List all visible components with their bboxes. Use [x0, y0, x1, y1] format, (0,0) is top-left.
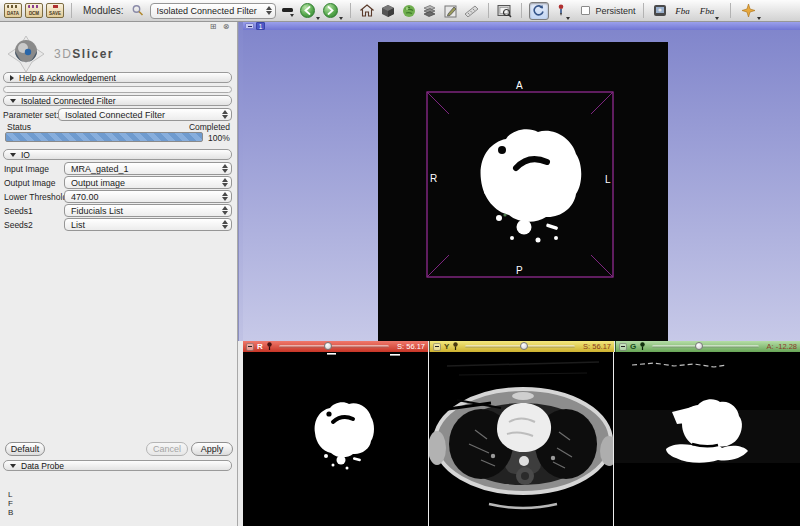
yellow-slice-slider[interactable] [465, 345, 575, 348]
cancel-button-label: Cancel [153, 444, 181, 454]
apply-button[interactable]: Apply [191, 442, 233, 456]
yellow-pin-icon[interactable] [452, 342, 459, 351]
red-slice-offset: S: 56.17 [397, 342, 425, 351]
green-slice-viewport[interactable] [614, 352, 800, 526]
star-icon [741, 3, 756, 18]
volume-notch [498, 146, 506, 154]
rotate-mode-button[interactable] [529, 2, 549, 20]
yellow-slice-viewport[interactable] [429, 352, 613, 526]
yellow-collapse-button[interactable] [433, 343, 441, 351]
search-icon [131, 4, 144, 17]
layers-button[interactable] [421, 2, 439, 20]
minus-icon [248, 26, 252, 27]
label-anterior: A [516, 80, 523, 91]
lower-threshold-spinbox[interactable]: 470.00 [64, 190, 232, 203]
layers-icon [422, 4, 437, 17]
data-probe-section-header[interactable]: Data Probe [3, 460, 232, 471]
apply-button-label: Apply [201, 444, 224, 454]
cancel-button[interactable]: Cancel [146, 442, 188, 456]
axial-mr-image [429, 352, 613, 526]
seed-fiducial [503, 213, 506, 216]
module-section-header[interactable]: Isolated Connected Filter [3, 95, 232, 106]
editor-button[interactable] [442, 2, 460, 20]
persistent-checkbox[interactable] [581, 6, 590, 15]
seeds2-selector[interactable]: List [64, 218, 232, 231]
fiducial-label-list-button[interactable]: Fba [697, 2, 723, 20]
save-button[interactable]: SAVE [46, 2, 64, 20]
fiducial-label-button[interactable]: Fba [672, 2, 694, 20]
screen-capture-button[interactable] [496, 2, 514, 20]
red-slice-viewport[interactable] [243, 352, 428, 526]
threed-view[interactable]: 1 [243, 22, 800, 341]
io-section-header[interactable]: IO [3, 149, 232, 160]
label-left: L [605, 174, 611, 185]
module-back-button[interactable] [300, 2, 320, 20]
module-search-button[interactable] [129, 2, 147, 20]
seeds2-value: List [71, 220, 218, 230]
green-slider-handle[interactable] [695, 342, 703, 350]
red-slider-handle[interactable] [324, 342, 332, 350]
threed-render-area[interactable]: A R L P [378, 42, 668, 341]
cube-icon [381, 4, 395, 18]
measure-button[interactable] [463, 2, 481, 20]
green-pin-icon[interactable] [639, 342, 646, 351]
output-image-value: Output image [71, 178, 218, 188]
volume-rendering-button[interactable] [379, 2, 397, 20]
toolbar-separator [71, 3, 72, 18]
panel-undock-icon[interactable]: ⊞ [208, 23, 218, 32]
probe-layer-b: B [8, 508, 13, 517]
minus-icon [621, 346, 625, 347]
green-collapse-button[interactable] [619, 343, 627, 351]
yellow-slider-handle[interactable] [520, 342, 528, 350]
pin-icon [557, 4, 565, 17]
load-dicom-button[interactable]: DCM [25, 2, 43, 20]
panel-hide-icon[interactable]: ⊗ [221, 23, 231, 32]
place-fiducial-button[interactable] [738, 2, 764, 20]
lower-threshold-label: Lower Threshold [4, 192, 67, 202]
status-completed-label: Completed [189, 122, 230, 132]
output-image-selector[interactable]: Output image [64, 176, 232, 189]
output-image-label: Output Image [4, 178, 56, 188]
abc-text-icon: Fba [700, 6, 715, 16]
red-collapse-button[interactable] [246, 343, 254, 351]
abc-text-icon: Fba [675, 6, 690, 16]
data-probe-label: Data Probe [21, 461, 64, 471]
parameter-set-selector[interactable]: Isolated Connected Filter [58, 108, 232, 121]
seeds1-selector[interactable]: Fiducials List [64, 204, 232, 217]
data-probe-layers: L F B [8, 490, 13, 517]
volume-rendering: A R L P [378, 42, 668, 341]
default-button[interactable]: Default [5, 442, 45, 456]
input-image-label: Input Image [4, 164, 49, 174]
green-slice-slider[interactable] [652, 345, 758, 348]
toolbar-separator [350, 3, 351, 18]
module-forward-button[interactable] [323, 2, 343, 20]
window-capture-button[interactable] [651, 2, 669, 20]
combo-stepper-icon [222, 178, 228, 187]
module-history-button[interactable] [279, 2, 297, 20]
forward-dropdown-caret [339, 17, 343, 20]
input-image-value: MRA_gated_1 [71, 164, 218, 174]
home-module-button[interactable] [358, 2, 376, 20]
sphere-icon [402, 4, 416, 18]
toolbar-separator [488, 3, 489, 18]
green-slice-letter: G [630, 342, 636, 351]
module-selector-value: Isolated Connected Filter [157, 6, 262, 16]
expanded-triangle-icon [10, 99, 16, 103]
help-section-header[interactable]: Help & Acknowledgement [3, 72, 232, 83]
back-dropdown-caret [316, 17, 320, 20]
module-selector[interactable]: Isolated Connected Filter [150, 3, 276, 19]
slicer-logo-icon [6, 34, 46, 74]
mouse-interaction-button[interactable] [552, 2, 576, 20]
load-data-button[interactable]: DATA [4, 2, 22, 20]
view-name-badge: 1 [256, 22, 265, 30]
persistent-label: Persistent [596, 6, 636, 16]
expanded-triangle-icon [10, 153, 16, 157]
red-pin-icon[interactable] [266, 342, 273, 351]
label-right: R [430, 173, 437, 184]
status-progress-bar [5, 132, 203, 142]
models-button[interactable] [400, 2, 418, 20]
red-slice-slider[interactable] [279, 345, 389, 348]
expanded-triangle-icon [10, 464, 16, 468]
view-collapse-button[interactable] [245, 23, 254, 29]
input-image-selector[interactable]: MRA_gated_1 [64, 162, 232, 175]
